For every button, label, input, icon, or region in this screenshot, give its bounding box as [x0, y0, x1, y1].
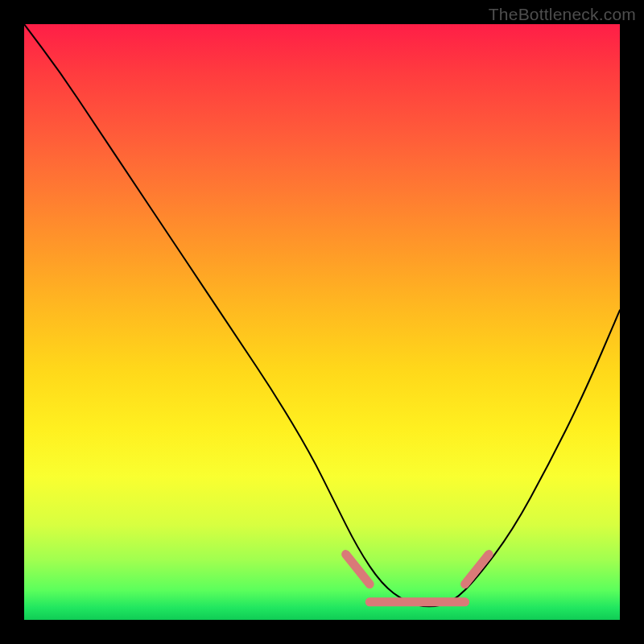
marker-segment — [346, 555, 370, 584]
marker-segment — [465, 555, 489, 584]
chart-frame: TheBottleneck.com — [0, 0, 644, 644]
plot-area — [24, 24, 620, 620]
watermark-text: TheBottleneck.com — [489, 5, 636, 24]
bottleneck-curve — [24, 24, 620, 606]
curve-svg — [24, 24, 620, 620]
